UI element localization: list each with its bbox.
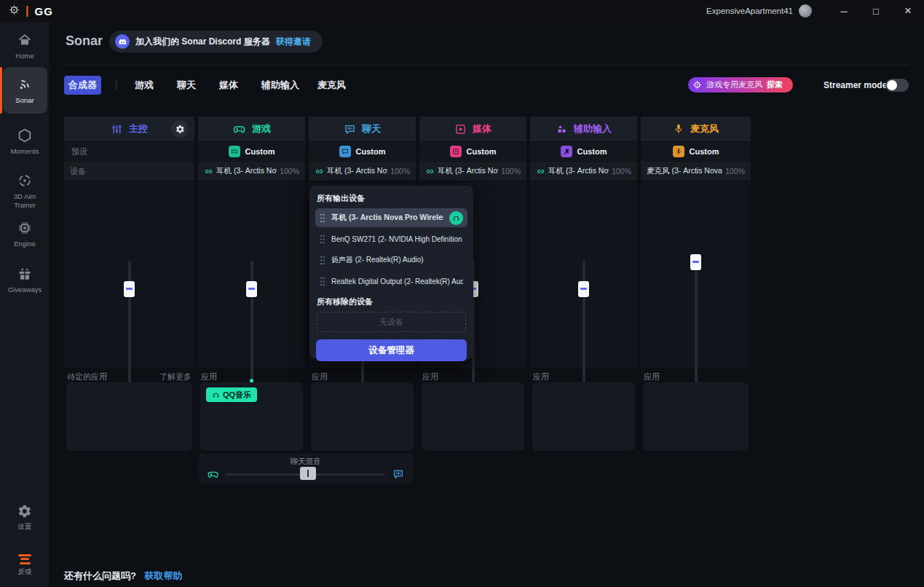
column-title: 辅助输入 <box>574 122 612 135</box>
aux-slider-zone <box>530 182 637 368</box>
sonar-icon <box>0 76 50 94</box>
device-row-label: 设备 <box>70 166 86 177</box>
tab-chat[interactable]: 聊天 <box>177 76 196 95</box>
get-help-link[interactable]: 获取帮助 <box>145 570 183 581</box>
column-title: 游戏 <box>252 122 271 135</box>
aux-device-volume: 100% <box>612 167 631 176</box>
sidebar-item-engine[interactable]: Engine <box>0 220 50 248</box>
device-option-arctis[interactable]: 耳机 (3- Arctis Nova Pro Wireless) <box>315 208 467 227</box>
chat-device-name: 耳机 (3- Arctis Nova ... <box>327 166 387 176</box>
game-volume-handle[interactable] <box>246 281 257 297</box>
sidebar-item-feedback[interactable]: 反馈 <box>0 552 50 577</box>
game-device-row[interactable]: 耳机 (3- Arctis Nova ... 100% <box>198 162 305 181</box>
maximize-button[interactable]: □ <box>860 0 892 22</box>
link-icon <box>425 167 435 176</box>
chatmix-game-icon <box>207 468 219 484</box>
no-device-placeholder: 无设备 <box>317 312 466 332</box>
mic-device-row[interactable]: 麦克风 (3- Arctis Nova Pro... 100% <box>641 162 751 181</box>
page-title: Sonar <box>66 34 103 49</box>
game-slider-zone <box>198 182 305 368</box>
media-header: 媒体 <box>419 117 526 141</box>
master-settings-button[interactable] <box>171 120 189 138</box>
device-option-name: Realtek Digital Output (2- Realtek(R) Au… <box>331 277 463 285</box>
removed-devices-header: 所有移除的设备 <box>317 296 467 307</box>
column-title: 主控 <box>129 122 148 135</box>
media-preset-row[interactable]: Custom <box>419 142 526 161</box>
device-option-benq[interactable]: BenQ SW271 (2- NVIDIA High Definition Au… <box>315 229 467 248</box>
media-device-name: 耳机 (3- Arctis Nova ... <box>438 166 498 176</box>
column-title: 媒体 <box>473 122 491 135</box>
game-preset-name: Custom <box>245 147 275 156</box>
app-name: GG <box>34 5 52 17</box>
sidebar-item-giveaways[interactable]: Giveaways <box>0 266 50 294</box>
close-button[interactable]: × <box>892 0 924 22</box>
app-chip-label: QQ音乐 <box>223 390 251 401</box>
game-apps-label: 应用 <box>201 371 217 382</box>
username: ExpensiveApartment41 <box>706 7 793 15</box>
master-volume-handle[interactable] <box>124 281 135 297</box>
sidebar-item-moments[interactable]: Moments <box>0 127 50 155</box>
master-slider-zone <box>64 182 194 368</box>
header-divider <box>64 65 909 66</box>
promo-cta[interactable]: 探索 <box>767 79 783 90</box>
aux-device-row[interactable]: 耳机 (3- Arctis Nova ... 100% <box>530 162 637 181</box>
aux-header: 辅助输入 <box>530 117 637 141</box>
game-preset-row[interactable]: Custom <box>198 142 305 161</box>
promo-search-pill[interactable]: 游戏专用麦克风 探索 <box>688 77 793 92</box>
streamer-mode-toggle[interactable] <box>885 79 909 92</box>
app-chip-qq-music[interactable]: QQ音乐 <box>206 387 257 402</box>
device-option-realtek-digital[interactable]: Realtek Digital Output (2- Realtek(R) Au… <box>315 272 467 291</box>
sidebar-item-label: Moments <box>10 147 39 155</box>
aux-apps-label: 应用 <box>533 371 549 382</box>
aux-apps-box <box>532 382 635 451</box>
mic-preset-name: Custom <box>690 147 719 156</box>
aux-preset-name: Custom <box>577 147 607 156</box>
sidebar-item-3d-aim-trainer[interactable]: 3D Aim Trainer <box>0 173 50 210</box>
tab-game[interactable]: 游戏 <box>135 76 154 95</box>
sidebar: Home Sonar Moments 3D Aim Trainer Engine… <box>0 22 50 587</box>
pending-apps-label: 待定的应用 <box>67 371 107 382</box>
aux-volume-handle[interactable] <box>578 281 589 297</box>
game-preset-icon <box>229 146 240 157</box>
master-apps-box <box>66 382 192 451</box>
aux-device-name: 耳机 (3- Arctis Nova ... <box>548 166 609 176</box>
discord-invite-link[interactable]: 获得邀请 <box>276 36 311 48</box>
mic-volume-handle[interactable] <box>690 254 701 270</box>
tab-media[interactable]: 媒体 <box>219 76 238 95</box>
mixer-column-master: 主控 预设 设备 待定的应用 了解更多 <box>64 117 194 451</box>
device-option-speakers[interactable]: 扬声器 (2- Realtek(R) Audio) <box>315 251 467 269</box>
aim-trainer-icon <box>0 173 50 190</box>
preset-row-label: 预设 <box>71 146 87 157</box>
discord-banner[interactable]: 加入我们的 Sonar Discord 服务器 获得邀请 <box>109 31 323 52</box>
master-preset-row: 预设 <box>64 142 194 161</box>
output-devices-header: 所有输出设备 <box>317 193 467 204</box>
chat-preset-name: Custom <box>356 147 386 156</box>
tab-mixer[interactable]: 合成器 <box>64 76 101 95</box>
streamer-mode-label: Streamer mode <box>824 80 887 90</box>
minimize-button[interactable]: ─ <box>828 0 860 22</box>
aux-preset-row[interactable]: Custom <box>530 142 637 161</box>
mic-preset-row[interactable]: Custom <box>641 142 751 161</box>
home-icon <box>0 32 50 50</box>
chat-preset-row[interactable]: Custom <box>309 142 416 161</box>
avatar[interactable] <box>799 4 812 17</box>
chatmix-handle[interactable] <box>300 467 316 480</box>
mic-apps-box <box>643 382 749 451</box>
game-device-volume: 100% <box>280 167 299 176</box>
media-device-row[interactable]: 耳机 (3- Arctis Nova ... 100% <box>419 162 526 181</box>
chat-bubble-icon <box>344 123 356 135</box>
sidebar-item-settings[interactable]: 设置 <box>0 504 50 532</box>
device-manager-button[interactable]: 设备管理器 <box>316 339 467 361</box>
sidebar-item-home[interactable]: Home <box>0 32 50 60</box>
tab-aux[interactable]: 辅助输入 <box>261 76 299 95</box>
chatmix-panel: 聊天混音 <box>198 453 413 484</box>
sidebar-item-sonar[interactable]: Sonar <box>0 76 50 104</box>
chat-device-row[interactable]: 耳机 (3- Arctis Nova ... 100% <box>309 162 416 181</box>
link-icon <box>204 167 213 176</box>
mixer-column-game: 游戏 Custom 耳机 (3- Arctis Nova ... 100% 应用… <box>198 117 305 451</box>
media-play-icon <box>454 123 467 135</box>
tab-mic[interactable]: 麦克风 <box>317 76 346 95</box>
giveaways-icon <box>0 266 50 283</box>
learn-more-link[interactable]: 了解更多 <box>159 371 191 382</box>
master-header: 主控 <box>64 117 194 141</box>
